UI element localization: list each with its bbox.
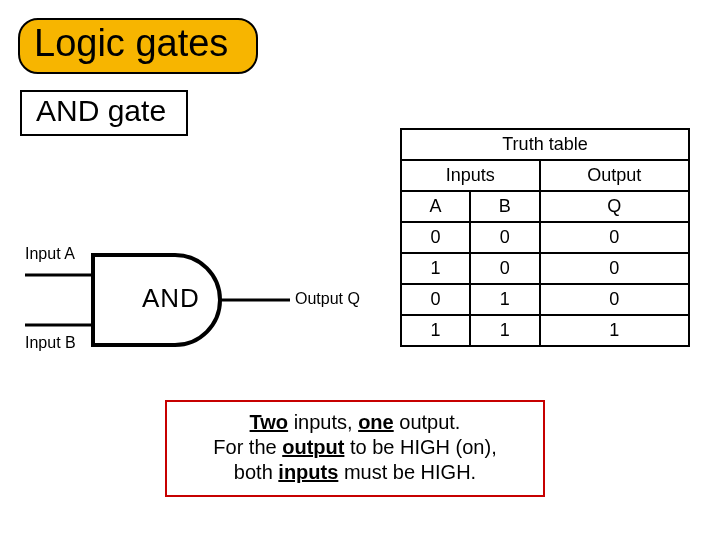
summary-box: Two inputs, one output. For the output t…: [165, 400, 545, 497]
gate-name-label: AND: [142, 283, 200, 314]
table-row: 0 1 0: [401, 284, 689, 315]
truth-table: Truth table Inputs Output A B Q 0 0 0 1 …: [400, 128, 690, 347]
and-gate-diagram: AND: [25, 245, 345, 365]
summary-word-inputs: inputs: [278, 461, 338, 483]
truth-col-q: Q: [540, 191, 690, 222]
truth-table-inputs-header: Inputs: [401, 160, 540, 191]
slide-title: Logic gates: [18, 18, 258, 74]
table-row: 0 0 0: [401, 222, 689, 253]
truth-col-b: B: [470, 191, 539, 222]
truth-col-a: A: [401, 191, 470, 222]
summary-word-one: one: [358, 411, 394, 433]
summary-word-two: Two: [250, 411, 289, 433]
truth-table-title: Truth table: [401, 129, 689, 160]
table-row: 1 0 0: [401, 253, 689, 284]
summary-word-output: output: [282, 436, 344, 458]
truth-table-output-header: Output: [540, 160, 690, 191]
slide-subtitle: AND gate: [20, 90, 188, 136]
table-row: 1 1 1: [401, 315, 689, 346]
